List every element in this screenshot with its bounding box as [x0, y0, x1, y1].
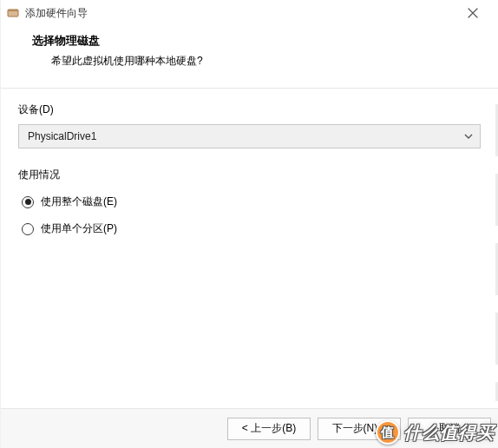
usage-label: 使用情况	[18, 168, 481, 182]
svg-rect-1	[8, 10, 18, 11]
radio-icon	[22, 196, 34, 208]
usage-option-single-partition[interactable]: 使用单个分区(P)	[18, 221, 481, 236]
back-button[interactable]: < 上一步(B)	[227, 418, 311, 440]
wizard-window: 添加硬件向导 选择物理磁盘 希望此虚拟机使用哪种本地硬盘? 设备(D) Phys…	[0, 0, 498, 448]
wizard-header: 选择物理磁盘 希望此虚拟机使用哪种本地硬盘?	[1, 26, 498, 88]
page-subtitle: 希望此虚拟机使用哪种本地硬盘?	[32, 54, 481, 69]
radio-icon	[22, 223, 34, 235]
close-icon	[468, 8, 478, 18]
wizard-footer: < 上一步(B) 下一步(N) > 取消	[1, 408, 498, 448]
usage-option-label: 使用单个分区(P)	[41, 221, 117, 236]
close-button[interactable]	[453, 0, 493, 26]
device-label: 设备(D)	[18, 102, 481, 117]
wizard-body: 设备(D) PhysicalDrive1 使用情况 使用整个磁盘(E) 使用单个…	[1, 89, 498, 408]
window-title: 添加硬件向导	[25, 6, 88, 21]
app-icon	[6, 6, 20, 20]
usage-option-label: 使用整个磁盘(E)	[41, 194, 117, 209]
page-title: 选择物理磁盘	[32, 33, 481, 49]
titlebar-left: 添加硬件向导	[6, 6, 88, 21]
titlebar: 添加硬件向导	[1, 0, 498, 26]
device-select[interactable]: PhysicalDrive1	[18, 124, 481, 148]
usage-option-entire-disk[interactable]: 使用整个磁盘(E)	[18, 194, 481, 209]
cancel-button[interactable]: 取消	[408, 418, 491, 440]
chevron-down-icon	[462, 129, 475, 143]
device-select-value: PhysicalDrive1	[18, 124, 481, 148]
next-button[interactable]: 下一步(N) >	[318, 418, 401, 440]
